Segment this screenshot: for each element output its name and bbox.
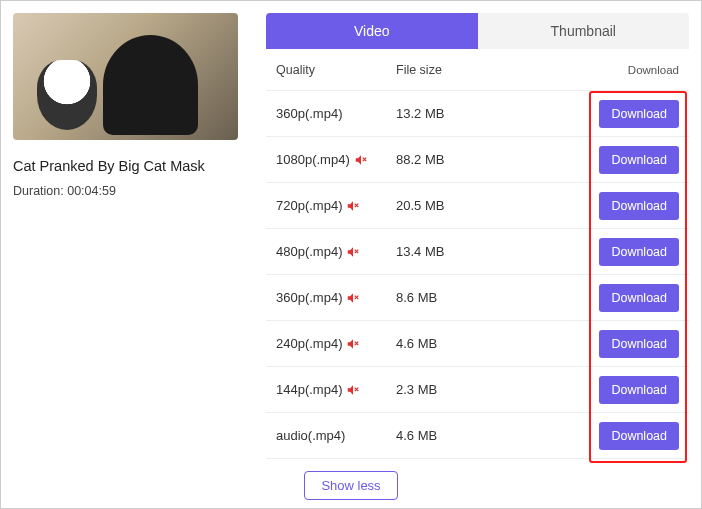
quality-label: 144p(.mp4) — [276, 382, 342, 397]
table-row: 240p(.mp4)4.6 MBDownload — [266, 321, 689, 367]
no-audio-icon — [354, 153, 368, 167]
video-thumbnail[interactable] — [13, 13, 238, 140]
show-less-button[interactable]: Show less — [304, 471, 397, 500]
quality-label: 480p(.mp4) — [276, 244, 342, 259]
quality-label: 1080p(.mp4) — [276, 152, 350, 167]
filesize-label: 20.5 MB — [396, 198, 506, 213]
table-row: 360p(.mp4)13.2 MBDownload — [266, 91, 689, 137]
header-download: Download — [506, 64, 679, 76]
filesize-label: 88.2 MB — [396, 152, 506, 167]
tab-video[interactable]: Video — [266, 13, 478, 49]
video-duration: Duration: 00:04:59 — [13, 184, 238, 198]
table-row: 1080p(.mp4)88.2 MBDownload — [266, 137, 689, 183]
filesize-label: 2.3 MB — [396, 382, 506, 397]
quality-label: 720p(.mp4) — [276, 198, 342, 213]
download-button[interactable]: Download — [599, 192, 679, 220]
quality-label: audio(.mp4) — [276, 428, 345, 443]
no-audio-icon — [346, 383, 360, 397]
download-table: Quality File size Download 360p(.mp4)13.… — [266, 49, 689, 465]
no-audio-icon — [346, 291, 360, 305]
quality-label: 360p(.mp4) — [276, 106, 342, 121]
no-audio-icon — [346, 199, 360, 213]
table-row: audio(.mp4)4.6 MBDownload — [266, 413, 689, 459]
download-button[interactable]: Download — [599, 146, 679, 174]
download-button[interactable]: Download — [599, 330, 679, 358]
filesize-label: 13.4 MB — [396, 244, 506, 259]
header-quality: Quality — [276, 63, 396, 77]
quality-label: 240p(.mp4) — [276, 336, 342, 351]
table-row: 144p(.mp4)2.3 MBDownload — [266, 367, 689, 413]
quality-label: 360p(.mp4) — [276, 290, 342, 305]
no-audio-icon — [346, 337, 360, 351]
filesize-label: 13.2 MB — [396, 106, 506, 121]
video-title: Cat Pranked By Big Cat Mask — [13, 158, 238, 174]
download-button[interactable]: Download — [599, 376, 679, 404]
table-row: 720p(.mp4)20.5 MBDownload — [266, 183, 689, 229]
tab-thumbnail[interactable]: Thumbnail — [478, 13, 690, 49]
filesize-label: 4.6 MB — [396, 428, 506, 443]
tabs: Video Thumbnail — [266, 13, 689, 49]
download-button[interactable]: Download — [599, 238, 679, 266]
download-button[interactable]: Download — [599, 284, 679, 312]
download-button[interactable]: Download — [599, 422, 679, 450]
download-button[interactable]: Download — [599, 100, 679, 128]
filesize-label: 8.6 MB — [396, 290, 506, 305]
filesize-label: 4.6 MB — [396, 336, 506, 351]
table-row: 480p(.mp4)13.4 MBDownload — [266, 229, 689, 275]
header-filesize: File size — [396, 63, 506, 77]
no-audio-icon — [346, 245, 360, 259]
table-row: 360p(.mp4)8.6 MBDownload — [266, 275, 689, 321]
